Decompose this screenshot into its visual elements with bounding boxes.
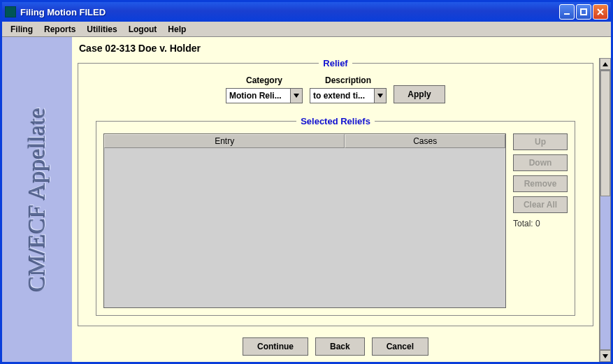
category-label: Category <box>246 75 282 85</box>
col-cases[interactable]: Cases <box>345 134 505 148</box>
menu-utilities[interactable]: Utilities <box>81 23 122 36</box>
apply-button[interactable]: Apply <box>394 85 445 103</box>
col-entry[interactable]: Entry <box>104 134 345 148</box>
total-label: Total: 0 <box>513 219 568 228</box>
cancel-button[interactable]: Cancel <box>372 337 428 356</box>
description-combo[interactable]: to extend ti... <box>310 88 387 103</box>
down-button[interactable]: Down <box>513 154 568 171</box>
clear-all-button[interactable]: Clear All <box>513 196 568 213</box>
category-field: Category Motion Reli... <box>226 75 303 103</box>
app-logo-text: CM/ECF Appellate <box>24 108 50 292</box>
window-title: Filing Motion FILED <box>20 7 559 17</box>
body-area: CM/ECF Appellate Case 02-313 Doe v. Hold… <box>2 37 611 362</box>
app-icon <box>5 6 16 17</box>
close-button[interactable] <box>593 4 608 20</box>
relief-legend: Relief <box>319 58 352 68</box>
relief-fieldset: Relief Category Motion Reli... <box>78 58 593 326</box>
svg-rect-1 <box>581 9 586 15</box>
scroll-thumb[interactable] <box>600 71 610 196</box>
titlebar: Filing Motion FILED <box>2 2 611 22</box>
description-label: Description <box>325 75 371 85</box>
reorder-buttons: Up Down Remove Clear All Total: 0 <box>513 133 568 228</box>
scroll-area: Relief Category Motion Reli... <box>72 58 611 362</box>
main-panel: Case 02-313 Doe v. Holder Relief Categor… <box>72 37 611 362</box>
close-icon <box>596 8 605 16</box>
scroll-track-lower <box>600 196 610 349</box>
remove-button[interactable]: Remove <box>513 175 568 192</box>
menu-help[interactable]: Help <box>162 23 192 36</box>
scroll-track[interactable] <box>600 70 611 350</box>
window-controls <box>559 4 608 20</box>
maximize-button[interactable] <box>576 4 591 20</box>
relief-controls-row: Category Motion Reli... Description <box>226 75 445 103</box>
content: Relief Category Motion Reli... <box>72 58 599 362</box>
scroll-up-arrow-icon[interactable] <box>600 58 611 70</box>
category-value: Motion Reli... <box>229 91 290 101</box>
category-combo[interactable]: Motion Reli... <box>226 88 303 103</box>
menu-reports[interactable]: Reports <box>38 23 81 36</box>
sidebar: CM/ECF Appellate <box>2 37 72 362</box>
chevron-down-icon <box>290 89 302 103</box>
menu-logout[interactable]: Logout <box>123 23 163 36</box>
case-header: Case 02-313 Doe v. Holder <box>72 37 611 58</box>
selected-reliefs-fieldset: Selected Reliefs Entry Cases Up <box>96 116 575 316</box>
vertical-scrollbar[interactable] <box>599 58 611 362</box>
menu-filing[interactable]: Filing <box>5 23 38 36</box>
back-button[interactable]: Back <box>315 337 365 356</box>
scroll-down-arrow-icon[interactable] <box>600 350 611 362</box>
minimize-button[interactable] <box>559 4 575 20</box>
description-field: Description to extend ti... <box>310 75 387 103</box>
table-header: Entry Cases <box>104 134 505 148</box>
chevron-down-icon <box>374 89 386 103</box>
application-window: Filing Motion FILED Filing Reports Utili… <box>0 0 613 364</box>
continue-button[interactable]: Continue <box>243 337 308 356</box>
maximize-icon <box>579 8 588 16</box>
menubar: Filing Reports Utilities Logout Help <box>2 22 611 37</box>
up-button[interactable]: Up <box>513 133 568 150</box>
footer-buttons: Continue Back Cancel <box>78 332 593 360</box>
minimize-icon <box>563 8 571 16</box>
selected-reliefs-legend: Selected Reliefs <box>296 116 375 126</box>
description-value: to extend ti... <box>313 91 374 101</box>
selected-reliefs-table[interactable]: Entry Cases <box>103 133 506 308</box>
svg-rect-0 <box>564 13 570 15</box>
